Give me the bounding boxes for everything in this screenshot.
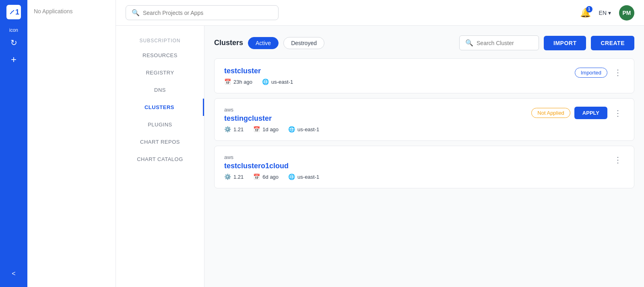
cluster-card-header: testcluster 📅 23h ago 🌐 us-east-1	[224, 67, 624, 85]
search-icon: 🔍	[132, 9, 140, 17]
cluster-region-value: us-east-1	[297, 126, 319, 132]
clusters-title: Clusters	[214, 39, 243, 47]
no-applications-label: No Applications	[27, 0, 116, 23]
cluster-content: Clusters Active Destroyed 🔍 IMPORT CREAT…	[204, 26, 644, 287]
cluster-card: aws testclustero1cloud ⚙️ 1.21 📅 6d ago	[214, 146, 634, 188]
cluster-card-header: aws testingcluster ⚙️ 1.21 📅 1d ago	[224, 107, 624, 132]
cluster-region-value: us-east-1	[297, 174, 319, 180]
refresh-button[interactable]: ↻	[10, 38, 17, 47]
sidebar-item-plugins[interactable]: PLUGINS	[116, 116, 204, 133]
search-projects-input[interactable]	[143, 10, 272, 16]
cluster-region: 🌐 us-east-1	[288, 173, 319, 180]
cluster-age: 📅 1d ago	[253, 126, 279, 132]
cluster-version-value: 1.21	[233, 174, 244, 180]
chevron-down-icon: ▾	[608, 10, 611, 16]
collapse-button[interactable]: <	[12, 270, 15, 277]
cluster-meta: 📅 23h ago 🌐 us-east-1	[224, 78, 293, 85]
cluster-name[interactable]: testingcluster	[224, 114, 319, 123]
search-projects-box[interactable]: 🔍	[126, 5, 279, 20]
cluster-provider: aws	[224, 107, 319, 113]
language-label: EN	[599, 10, 607, 16]
notification-badge: 1	[586, 6, 592, 12]
cluster-version: ⚙️ 1.21	[224, 173, 244, 180]
more-options-button[interactable]: ⋮	[611, 107, 624, 119]
badge-imported: Imported	[575, 68, 607, 78]
topbar: 🔍 🔔 1 EN ▾ PM	[116, 0, 644, 26]
apply-button[interactable]: APPLY	[574, 107, 607, 119]
globe-icon: 🌐	[288, 173, 295, 180]
main-area: 🔍 🔔 1 EN ▾ PM SUBSCRIPTION RESOURCES REG…	[116, 0, 644, 287]
cluster-age-value: 23h ago	[233, 79, 252, 85]
calendar-icon: 📅	[253, 173, 260, 180]
cluster-name[interactable]: testclustero1cloud	[224, 162, 319, 170]
nav-sidebar: SUBSCRIPTION RESOURCES REGISTRY DNS CLUS…	[116, 26, 204, 287]
cluster-region: 🌐 us-east-1	[262, 78, 293, 85]
cluster-meta: ⚙️ 1.21 📅 1d ago 🌐 us-east-1	[224, 126, 319, 132]
calendar-icon: 📅	[253, 126, 260, 132]
calendar-icon: 📅	[224, 78, 231, 85]
sidebar-item-clusters[interactable]: CLUSTERS	[116, 99, 204, 116]
cluster-region: 🌐 us-east-1	[288, 126, 319, 132]
cluster-version-value: 1.21	[233, 126, 244, 132]
more-options-button[interactable]: ⋮	[611, 154, 624, 165]
topbar-right: 🔔 1 EN ▾ PM	[580, 5, 634, 21]
gear-icon: ⚙️	[224, 173, 231, 180]
cluster-card: aws testingcluster ⚙️ 1.21 📅 1d ago	[214, 98, 634, 141]
sidebar-item-chart-catalog[interactable]: CHART CATALOG	[116, 151, 204, 168]
nav-subscription-label: SUBSCRIPTION	[116, 32, 204, 47]
cluster-provider: aws	[224, 154, 319, 160]
more-options-button[interactable]: ⋮	[611, 67, 624, 78]
cluster-version: ⚙️ 1.21	[224, 126, 244, 132]
clusters-header: Clusters Active Destroyed 🔍 IMPORT CREAT…	[214, 35, 634, 50]
globe-icon: 🌐	[262, 78, 269, 85]
logo-mark: ⟋1	[6, 5, 21, 19]
cluster-name[interactable]: testcluster	[224, 67, 293, 75]
card-actions: Not Applied APPLY ⋮	[531, 107, 624, 119]
notification-button[interactable]: 🔔 1	[580, 8, 591, 18]
cluster-region-value: us-east-1	[271, 79, 293, 85]
language-button[interactable]: EN ▾	[599, 10, 611, 16]
sidebar-left: ⟋1 icon ↻ + <	[0, 0, 27, 287]
tab-destroyed[interactable]: Destroyed	[283, 37, 324, 49]
tab-active[interactable]: Active	[248, 37, 279, 49]
add-button[interactable]: +	[11, 54, 17, 65]
content-area: SUBSCRIPTION RESOURCES REGISTRY DNS CLUS…	[116, 26, 644, 287]
cluster-meta: ⚙️ 1.21 📅 6d ago 🌐 us-east-1	[224, 173, 319, 180]
card-actions: Imported ⋮	[575, 67, 624, 78]
sidebar-item-resources[interactable]: RESOURCES	[116, 47, 204, 64]
cluster-age-value: 6d ago	[262, 174, 279, 180]
cluster-age: 📅 6d ago	[253, 173, 279, 180]
sidebar-item-chart-repos[interactable]: CHART REPOS	[116, 133, 204, 151]
cluster-age: 📅 23h ago	[224, 78, 252, 85]
globe-icon: 🌐	[288, 126, 295, 132]
search-cluster-icon: 🔍	[465, 39, 473, 47]
badge-not-applied: Not Applied	[531, 108, 570, 118]
search-cluster-box[interactable]: 🔍	[459, 35, 539, 50]
gear-icon: ⚙️	[224, 126, 231, 132]
cluster-card-header: aws testclustero1cloud ⚙️ 1.21 📅 6d ago	[224, 154, 624, 180]
sidebar-item-dns[interactable]: DNS	[116, 81, 204, 99]
create-button[interactable]: CREATE	[591, 36, 634, 50]
cluster-card: testcluster 📅 23h ago 🌐 us-east-1	[214, 58, 634, 93]
cluster-age-value: 1d ago	[262, 126, 279, 132]
sidebar-second: No Applications	[27, 0, 116, 287]
card-actions: ⋮	[611, 154, 624, 165]
sidebar-item-registry[interactable]: REGISTRY	[116, 64, 204, 81]
import-button[interactable]: IMPORT	[544, 36, 586, 50]
avatar[interactable]: PM	[619, 5, 634, 21]
logo-area: ⟋1	[6, 5, 21, 19]
search-cluster-input[interactable]	[477, 40, 533, 46]
logo-text: icon	[9, 27, 18, 33]
